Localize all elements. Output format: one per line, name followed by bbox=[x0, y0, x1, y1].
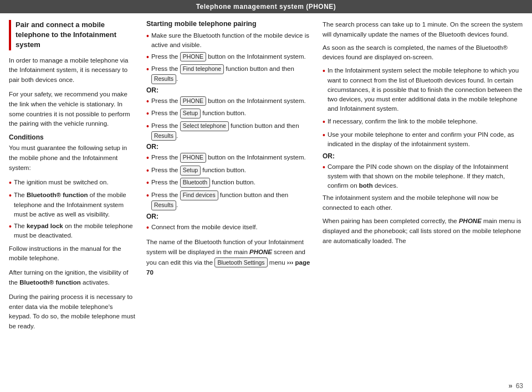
right-or-label: OR: bbox=[323, 152, 523, 160]
or-label-3: OR: bbox=[146, 213, 313, 220]
bullet-dot: • bbox=[9, 190, 12, 202]
right-bullet-1: • In the Infotainment system select the … bbox=[323, 66, 523, 114]
middle-column: Starting mobile telephone pairing • Make… bbox=[146, 20, 313, 375]
header-bar: Telephone management system (PHONE) bbox=[0, 0, 532, 13]
middle-bullet-1: • Press the PHONE button on the Infotain… bbox=[146, 52, 313, 63]
results-btn-1: Results bbox=[151, 74, 176, 84]
bullet-text: Press the PHONE button on the Infotainme… bbox=[151, 96, 306, 106]
results-btn-2: Results bbox=[151, 131, 176, 141]
right-column: The search process can take up to 1 minu… bbox=[323, 20, 523, 375]
bullet-dot: • bbox=[146, 121, 149, 132]
bullet-dot: • bbox=[146, 223, 149, 234]
select-telephone-btn: Select telephone bbox=[180, 121, 229, 131]
bluetooth-settings-btn: Bluetooth Settings bbox=[214, 257, 267, 267]
left-after-2: After turning on the ignition, the visib… bbox=[9, 268, 136, 288]
bullet-text: In the Infotainment system select the mo… bbox=[328, 66, 523, 114]
bullet-text: Press the Setup function button. bbox=[151, 109, 246, 118]
bullet-text: Press the Select telephone function butt… bbox=[151, 121, 313, 141]
footer: » 63 bbox=[0, 380, 532, 392]
right-bullet-or: • Compare the PIN code shown on the disp… bbox=[323, 162, 523, 191]
phone-btn-3: PHONE bbox=[180, 153, 206, 163]
bullet-dot: • bbox=[146, 109, 149, 120]
bullet-dot: • bbox=[323, 117, 325, 128]
bullet-text: Press the PHONE button on the Infotainme… bbox=[151, 153, 306, 163]
bullet-dot: • bbox=[146, 52, 149, 63]
middle-bullet-7: • Press the Setup function button. bbox=[146, 166, 313, 177]
bullet-dot: • bbox=[146, 166, 149, 177]
middle-bullet-0: • Make sure the Bluetooth function of th… bbox=[146, 31, 313, 50]
bullet-dot: • bbox=[323, 66, 325, 77]
bullet-text: Compare the PIN code shown on the displa… bbox=[328, 162, 523, 191]
right-bullet-3: • Use your mobile telephone to enter and… bbox=[323, 130, 523, 149]
page-wrapper: Telephone management system (PHONE) Pair… bbox=[0, 0, 532, 392]
section-heading-box: Pair and connect a mobile telephone to t… bbox=[9, 20, 136, 50]
middle-section-title: Starting mobile telephone pairing bbox=[146, 20, 313, 28]
bluetooth-btn: Bluetooth bbox=[180, 178, 210, 188]
bullet-text: The ignition must be switched on. bbox=[14, 178, 109, 187]
bullet-dot: • bbox=[323, 130, 325, 141]
bullet-dot: • bbox=[146, 190, 149, 202]
results-btn-3: Results bbox=[151, 200, 176, 210]
middle-bullet-4: • Press the Setup function button. bbox=[146, 109, 313, 120]
bullet-dot: • bbox=[146, 96, 149, 107]
middle-bullet-3: • Press the PHONE button on the Infotain… bbox=[146, 96, 313, 107]
phone-btn-1: PHONE bbox=[180, 52, 206, 62]
left-para-1: In order to manage a mobile telephone vi… bbox=[9, 56, 136, 85]
content-area: Pair and connect a mobile telephone to t… bbox=[0, 13, 532, 380]
bullet-text: Press the PHONE button on the Infotainme… bbox=[151, 52, 306, 62]
bullet-dot: • bbox=[323, 162, 325, 173]
left-column: Pair and connect a mobile telephone to t… bbox=[9, 20, 136, 375]
right-para-1: The search process can take up to 1 minu… bbox=[323, 20, 523, 40]
middle-bullet-2: • Press the Find telephone function butt… bbox=[146, 64, 313, 84]
find-devices-btn: Find devices bbox=[180, 190, 218, 200]
conditions-heading: Conditions bbox=[9, 133, 136, 141]
header-title: Telephone management system (PHONE) bbox=[196, 3, 336, 11]
left-para-2: For your safety, we recommend you make t… bbox=[9, 90, 136, 129]
conditions-intro: You must guarantee the following setup i… bbox=[9, 143, 136, 173]
section-heading-text: Pair and connect a mobile telephone to t… bbox=[16, 20, 136, 50]
right-para-2: As soon as the search is completed, the … bbox=[323, 43, 523, 63]
bullet-text: Press the Setup function button. bbox=[151, 166, 246, 176]
right-bullet-2: • If necessary, confirm the link to the … bbox=[323, 117, 523, 128]
bullet-dot: • bbox=[146, 153, 149, 164]
phone-btn-2: PHONE bbox=[180, 96, 206, 106]
bullet-dot: • bbox=[9, 221, 12, 233]
or-label-1: OR: bbox=[146, 86, 313, 94]
middle-closing-para: The name of the Bluetooth function of yo… bbox=[146, 238, 313, 277]
right-closing-2: When pairing has been completed correctl… bbox=[323, 216, 523, 246]
middle-bullet-8: • Press the Bluetooth function button. bbox=[146, 178, 313, 189]
middle-bullet-5: • Press the Select telephone function bu… bbox=[146, 121, 313, 141]
bullet-text: The Bluetooth® function of the mobile te… bbox=[14, 190, 136, 219]
middle-bullet-9: • Press the Find devices function button… bbox=[146, 190, 313, 210]
bullet-text: Press the Find devices function button a… bbox=[151, 190, 313, 210]
bullet-text: If necessary, confirm the link to the mo… bbox=[328, 117, 478, 126]
setup-btn-2: Setup bbox=[180, 166, 201, 176]
bullet-text: Connect from the mobile device itself. bbox=[151, 223, 258, 232]
bullet-dot: • bbox=[146, 64, 149, 75]
middle-bullet-6: • Press the PHONE button on the Infotain… bbox=[146, 153, 313, 164]
find-telephone-btn: Find telephone bbox=[180, 64, 224, 74]
left-bullet-1: • The ignition must be switched on. bbox=[9, 178, 136, 189]
bullet-text: Use your mobile telephone to enter and c… bbox=[328, 130, 523, 149]
chevron-right-icon: » bbox=[508, 381, 512, 390]
bullet-dot: • bbox=[146, 31, 149, 42]
bullet-text: Press the Bluetooth function button. bbox=[151, 178, 255, 188]
left-after-3: During the pairing process it is necessa… bbox=[9, 292, 136, 332]
left-after-1: Follow instructions in the manual for th… bbox=[9, 244, 136, 264]
bullet-text: Press the Find telephone function button… bbox=[151, 64, 313, 84]
bullet-text: Make sure the Bluetooth function of the … bbox=[151, 31, 313, 50]
bullet-dot: • bbox=[9, 178, 12, 189]
bullet-text: The keypad lock on the mobile telephone … bbox=[14, 221, 136, 241]
page-number: 63 bbox=[516, 382, 523, 390]
or-label-2: OR: bbox=[146, 143, 313, 151]
right-closing-1: The infotainment system and the mobile t… bbox=[323, 193, 523, 213]
middle-bullet-10: • Connect from the mobile device itself. bbox=[146, 223, 313, 234]
left-bullet-3: • The keypad lock on the mobile telephon… bbox=[9, 221, 136, 241]
left-bullet-2: • The Bluetooth® function of the mobile … bbox=[9, 190, 136, 219]
bullet-dot: • bbox=[146, 178, 149, 189]
setup-btn-1: Setup bbox=[180, 109, 201, 118]
